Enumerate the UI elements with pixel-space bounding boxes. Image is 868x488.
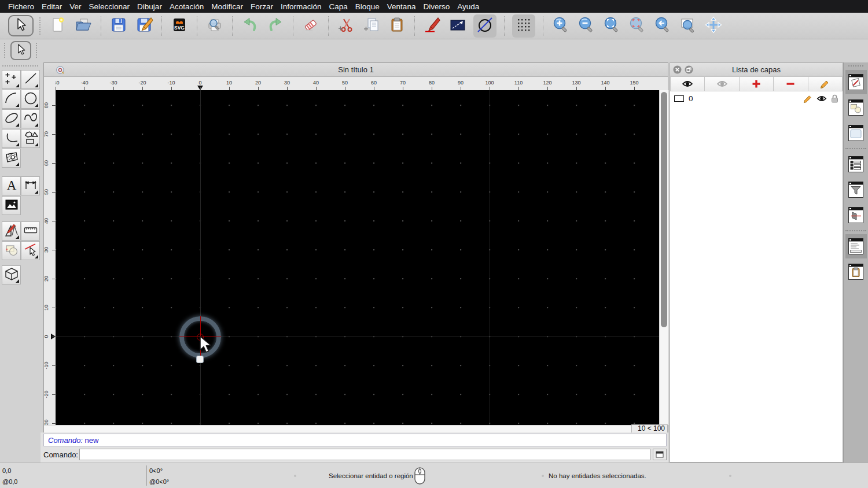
- menu-item-seleccionar[interactable]: Seleccionar: [89, 2, 130, 11]
- dock-drag-handle[interactable]: [848, 65, 863, 66]
- redo-button[interactable]: [266, 16, 285, 36]
- menu-item-modificar[interactable]: Modificar: [211, 2, 243, 11]
- menu-item-bloque[interactable]: Bloque: [355, 2, 380, 11]
- grid-toggle-button[interactable]: [512, 14, 535, 38]
- toolbar-drag-handle[interactable]: [4, 43, 5, 58]
- show-all-layers-button[interactable]: [670, 76, 705, 91]
- drawing-titlebar[interactable]: Sin título 1: [44, 63, 668, 77]
- h-ruler-label: -40: [76, 80, 93, 86]
- dock-entity-list-button[interactable]: [845, 152, 867, 176]
- eraser-icon: [302, 16, 319, 36]
- dock-command-line-button[interactable]: [845, 234, 867, 258]
- edit-layer-button[interactable]: [808, 76, 843, 91]
- command-input[interactable]: [79, 449, 650, 460]
- zoom-selected-button[interactable]: [627, 16, 647, 36]
- solid-3d-tool-button[interactable]: [2, 265, 21, 284]
- line-tool-button[interactable]: [21, 70, 40, 89]
- menu-item-dibujar[interactable]: Dibujar: [137, 2, 162, 11]
- hide-all-layers-button[interactable]: [705, 76, 739, 91]
- print-preview-button[interactable]: [205, 16, 225, 36]
- zoom-auto-icon: [603, 16, 620, 36]
- text-tool-button[interactable]: A: [2, 176, 21, 195]
- layer-row[interactable]: 0: [670, 91, 843, 106]
- menu-item-informacion[interactable]: Información: [281, 2, 322, 11]
- dock-dimension-tools-button[interactable]: [845, 203, 867, 227]
- v-ruler-label: 70: [44, 128, 52, 140]
- menu-item-capa[interactable]: Capa: [329, 2, 348, 11]
- line-attributes-button[interactable]: [448, 16, 468, 36]
- zoom-previous-button[interactable]: [653, 16, 672, 36]
- delete-button[interactable]: [301, 16, 321, 36]
- pen-attributes-button[interactable]: [422, 16, 442, 36]
- zoom-pan-button[interactable]: [704, 16, 723, 36]
- menu-item-forzar[interactable]: Forzar: [251, 2, 273, 11]
- open-file-button[interactable]: [73, 16, 93, 36]
- points-tool-button[interactable]: [2, 70, 21, 89]
- dimension-tool-button[interactable]: [21, 176, 40, 195]
- layer-color-swatch[interactable]: [674, 95, 684, 102]
- add-layer-button[interactable]: [740, 76, 774, 91]
- save-as-button[interactable]: [134, 16, 154, 36]
- relative-polar: @0<0°: [149, 478, 169, 485]
- dock-clipboard-button[interactable]: [845, 260, 867, 284]
- layer-visibility-button[interactable]: [816, 95, 827, 102]
- layer-lock-button[interactable]: [831, 94, 838, 103]
- image-tool-button[interactable]: [2, 196, 21, 215]
- arc-tool-button[interactable]: [2, 90, 21, 109]
- vertical-scrollbar[interactable]: [659, 90, 668, 425]
- hatch-tool-button[interactable]: [2, 149, 21, 168]
- save-button[interactable]: [109, 16, 128, 36]
- dock-library-browser-button[interactable]: [845, 121, 867, 145]
- paste-button[interactable]: [387, 16, 407, 36]
- zoom-in-button[interactable]: [551, 16, 571, 36]
- edit-tools-button[interactable]: [2, 221, 21, 241]
- menu-item-fichero[interactable]: Fichero: [8, 2, 34, 11]
- palette-drag-handle[interactable]: [2, 65, 38, 66]
- h-ruler-label: 70: [394, 80, 411, 86]
- command-dock-toggle-button[interactable]: [653, 449, 667, 460]
- polygon-tool-button[interactable]: [21, 129, 40, 148]
- circle-tool-button[interactable]: [21, 90, 40, 109]
- horizontal-scrollbar[interactable]: [44, 425, 631, 433]
- menu-item-acotacion[interactable]: Acotación: [170, 2, 204, 11]
- polyline-tool-button[interactable]: [2, 129, 21, 148]
- h-ruler-label: 10: [220, 80, 238, 86]
- dock-layer-list-button[interactable]: [845, 70, 867, 94]
- export-svg-button[interactable]: SVG: [170, 16, 189, 36]
- v-ruler: 80706050403020100-10-20-30: [44, 90, 56, 425]
- select-tool-button[interactable]: [8, 15, 34, 36]
- layer-edit-button[interactable]: [803, 94, 812, 103]
- zoom-auto-button[interactable]: [602, 16, 621, 36]
- menu-item-ver[interactable]: Ver: [69, 2, 81, 11]
- dock-selection-filter-button[interactable]: [845, 178, 867, 202]
- toolbar-drag-handle[interactable]: [36, 43, 37, 58]
- toolbar-drag-handle[interactable]: [39, 17, 42, 35]
- zoom-window-button[interactable]: [678, 16, 698, 36]
- order-tool-button[interactable]: [2, 241, 21, 260]
- ellipse-tool-button[interactable]: [2, 109, 21, 128]
- remove-layer-button[interactable]: [774, 76, 808, 91]
- undo-button[interactable]: [240, 16, 260, 36]
- zoom-out-button[interactable]: [576, 16, 596, 36]
- menu-item-ayuda[interactable]: Ayuda: [457, 2, 479, 11]
- h-ruler-label: -10: [163, 80, 180, 86]
- dock-block-list-button[interactable]: [845, 95, 867, 120]
- select-tool-button-2[interactable]: [10, 41, 31, 60]
- spline-tool-button[interactable]: [21, 109, 40, 128]
- menu-item-ventana[interactable]: Ventana: [387, 2, 416, 11]
- vertical-scrollbar-thumb[interactable]: [661, 92, 667, 327]
- drawing-canvas[interactable]: [56, 90, 659, 425]
- measure-tool-button[interactable]: [21, 221, 40, 241]
- attributes-tool-button[interactable]: [21, 241, 40, 260]
- menu-item-editar[interactable]: Editar: [42, 2, 62, 11]
- h-ruler-label: 40: [307, 80, 325, 86]
- mouse-hint-icon: [414, 467, 426, 486]
- tool-options-toolbar: [0, 39, 868, 62]
- undo-icon: [241, 16, 259, 36]
- statusbar-grip-dot: [542, 475, 544, 477]
- draft-mode-button[interactable]: [473, 14, 496, 38]
- menu-item-diverso[interactable]: Diverso: [423, 2, 450, 11]
- cut-button[interactable]: [336, 16, 356, 36]
- new-document-button[interactable]: [48, 16, 68, 36]
- copy-button[interactable]: [362, 16, 381, 36]
